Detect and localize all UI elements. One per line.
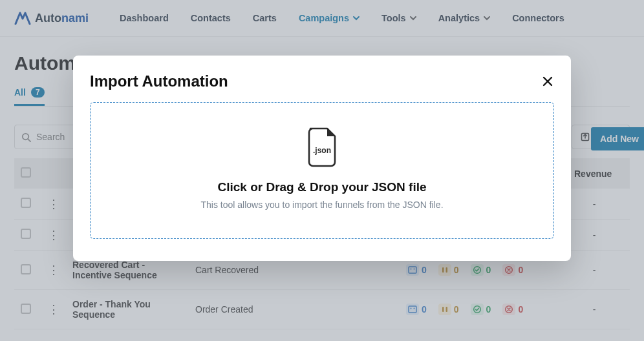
dropzone-subtitle: This tool allows you to import the funne…	[103, 200, 541, 210]
close-icon[interactable]	[541, 75, 554, 88]
svg-text:.json: .json	[313, 146, 331, 155]
modal-title: Import Automation	[90, 72, 228, 90]
modal-header: Import Automation	[90, 72, 554, 90]
json-dropzone[interactable]: .json Click or Drag & Drop your JSON fil…	[90, 102, 554, 239]
file-json-icon: .json	[305, 126, 339, 167]
import-automation-modal: Import Automation .json Click or Drag & …	[73, 56, 571, 261]
dropzone-title: Click or Drag & Drop your JSON file	[103, 180, 541, 194]
